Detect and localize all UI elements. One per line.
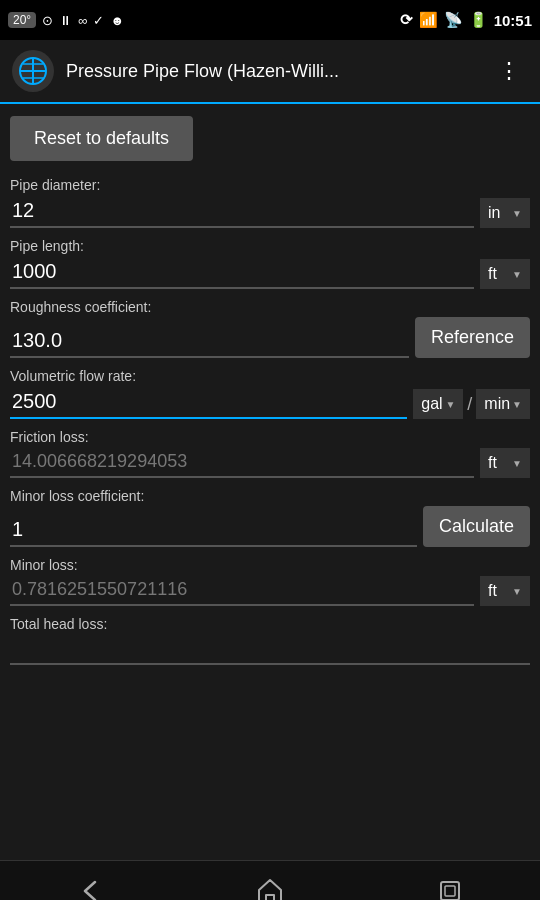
app-bar: Pressure Pipe Flow (Hazen-Willi... ⋮: [0, 40, 540, 104]
volumetric-flow-rate-input[interactable]: [10, 386, 407, 419]
total-head-loss-row: [10, 634, 530, 665]
minor-loss-unit-arrow: ▼: [512, 586, 522, 597]
nav-bar: [0, 860, 540, 900]
pipe-diameter-input[interactable]: [10, 195, 474, 228]
flow-unit1-arrow: ▼: [445, 399, 455, 410]
friction-loss-input: [10, 447, 474, 478]
status-icon-5: ☻: [110, 13, 124, 28]
friction-loss-row: ft ▼: [10, 447, 530, 478]
status-left: 20° ⊙ ⏸ ∞ ✓ ☻: [8, 12, 124, 28]
total-head-loss-group: Total head loss:: [10, 616, 530, 665]
svg-rect-6: [445, 886, 455, 896]
roughness-coefficient-group: Roughness coefficient: Reference: [10, 299, 530, 358]
pipe-length-input[interactable]: [10, 256, 474, 289]
roughness-coefficient-label: Roughness coefficient:: [10, 299, 530, 315]
minor-loss-coefficient-row: Calculate: [10, 506, 530, 547]
friction-loss-label: Friction loss:: [10, 429, 530, 445]
status-icon-3: ∞: [78, 13, 87, 28]
app-icon: [12, 50, 54, 92]
minor-loss-coefficient-input[interactable]: [10, 514, 417, 547]
roughness-coefficient-row: Reference: [10, 317, 530, 358]
total-head-loss-label: Total head loss:: [10, 616, 530, 632]
total-head-loss-input: [10, 634, 530, 665]
rotate-icon: ⟳: [400, 11, 413, 29]
status-icon-4: ✓: [93, 13, 104, 28]
status-bar: 20° ⊙ ⏸ ∞ ✓ ☻ ⟳ 📶 📡 🔋 10:51: [0, 0, 540, 40]
volumetric-flow-rate-group: Volumetric flow rate: gal ▼ / min ▼: [10, 368, 530, 419]
pipe-diameter-unit[interactable]: in ▼: [480, 198, 530, 228]
reset-button[interactable]: Reset to defaults: [10, 116, 193, 161]
pipe-diameter-unit-arrow: ▼: [512, 208, 522, 219]
status-icon-1: ⊙: [42, 13, 53, 28]
battery-icon: 🔋: [469, 11, 488, 29]
overflow-menu-button[interactable]: ⋮: [490, 54, 528, 88]
wifi-icon: 📶: [419, 11, 438, 29]
friction-loss-unit-arrow: ▼: [512, 458, 522, 469]
minor-loss-coefficient-label: Minor loss coefficient:: [10, 488, 530, 504]
back-button[interactable]: [50, 867, 130, 901]
friction-loss-group: Friction loss: ft ▼: [10, 429, 530, 478]
volumetric-flow-rate-row: gal ▼ / min ▼: [10, 386, 530, 419]
flow-units: gal ▼ / min ▼: [413, 389, 530, 419]
pipe-diameter-group: Pipe diameter: in ▼: [10, 177, 530, 228]
pipe-length-row: ft ▼: [10, 256, 530, 289]
main-content: Reset to defaults Pipe diameter: in ▼ Pi…: [0, 104, 540, 860]
recents-button[interactable]: [410, 867, 490, 901]
flow-unit2[interactable]: min ▼: [476, 389, 530, 419]
minor-loss-row: ft ▼: [10, 575, 530, 606]
calculate-button[interactable]: Calculate: [423, 506, 530, 547]
pipe-length-label: Pipe length:: [10, 238, 530, 254]
friction-loss-unit[interactable]: ft ▼: [480, 448, 530, 478]
roughness-coefficient-input[interactable]: [10, 325, 409, 358]
minor-loss-group: Minor loss: ft ▼: [10, 557, 530, 606]
flow-unit1[interactable]: gal ▼: [413, 389, 463, 419]
flow-slash: /: [467, 394, 472, 415]
minor-loss-input: [10, 575, 474, 606]
pipe-length-unit[interactable]: ft ▼: [480, 259, 530, 289]
signal-icon: 📡: [444, 11, 463, 29]
minor-loss-unit[interactable]: ft ▼: [480, 576, 530, 606]
home-button[interactable]: [230, 867, 310, 901]
pipe-diameter-label: Pipe diameter:: [10, 177, 530, 193]
pipe-diameter-row: in ▼: [10, 195, 530, 228]
volumetric-flow-rate-label: Volumetric flow rate:: [10, 368, 530, 384]
svg-rect-5: [441, 882, 459, 900]
minor-loss-coefficient-group: Minor loss coefficient: Calculate: [10, 488, 530, 547]
clock: 10:51: [494, 12, 532, 29]
minor-loss-label: Minor loss:: [10, 557, 530, 573]
pipe-length-group: Pipe length: ft ▼: [10, 238, 530, 289]
pipe-length-unit-arrow: ▼: [512, 269, 522, 280]
flow-unit2-arrow: ▼: [512, 399, 522, 410]
status-icon-2: ⏸: [59, 13, 72, 28]
status-right: ⟳ 📶 📡 🔋 10:51: [400, 11, 532, 29]
app-title: Pressure Pipe Flow (Hazen-Willi...: [66, 61, 478, 82]
reference-button[interactable]: Reference: [415, 317, 530, 358]
temperature-badge: 20°: [8, 12, 36, 28]
